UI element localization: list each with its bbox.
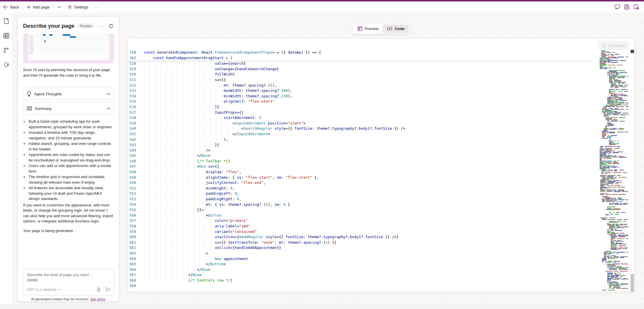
code-line: 561 sx={{ textTransform: "none", mr: the…: [128, 240, 593, 245]
code-line: 560 startIcon={<AddRegular style={{ font…: [128, 234, 593, 240]
add-icon: [27, 5, 31, 9]
back-button[interactable]: Back: [0, 1, 22, 13]
code-line: 554 mt: { xs: theme?.spacing?.(2), sm: 0…: [128, 202, 593, 208]
minimap-slider[interactable]: [631, 50, 634, 53]
assistant-intro-text: Sure! I'll start by planning the structu…: [23, 67, 114, 78]
toolbar-left: Back Add page Settings ···: [0, 1, 104, 13]
summary-note: If you want to customize the appearance,…: [23, 203, 114, 224]
code-line: 569: [128, 283, 593, 289]
code-line: 537 InputProps={{: [128, 110, 593, 115]
code-line: 543 }}: [128, 142, 593, 148]
attach-icon[interactable]: [97, 287, 101, 292]
code-line: 562 onClick={handleAddAppointment}: [128, 245, 593, 251]
summary-accordion[interactable]: Summary: [23, 102, 114, 115]
code-tab[interactable]: Code: [383, 24, 409, 33]
panel-more-icon[interactable]: ···: [98, 24, 105, 29]
line-number: 568: [128, 278, 144, 283]
line-number: 567: [128, 272, 144, 278]
map-icon: [27, 106, 32, 111]
prompt-input[interactable]: Describe the kind of page you want ...: [27, 273, 93, 277]
summary-content: Built a Gantt-style scheduling app for w…: [23, 119, 114, 233]
gantt-bar: [44, 41, 46, 42]
compare-icon: [602, 43, 606, 48]
page-icon[interactable]: [3, 17, 10, 25]
accordion-label: Agent Thoughts: [34, 92, 62, 96]
preview-tab[interactable]: Preview: [354, 24, 383, 33]
toolbar-right: [615, 4, 644, 10]
code-line: 564 New appointment: [128, 256, 593, 262]
line-number: 540: [128, 126, 144, 131]
model-selector[interactable]: GPT-4.1 (default): [27, 287, 61, 292]
code-line: 535 alignSelf: "flex-start": [128, 99, 593, 104]
preview-tab-label: Preview: [365, 27, 379, 31]
line-number: 538: [128, 115, 144, 121]
code-line: 551 minHeight: 0,: [128, 186, 593, 191]
line-number: 553: [128, 196, 144, 202]
line-number: 530: [128, 72, 144, 77]
code-line: 563 >: [128, 251, 593, 256]
line-number: 549: [128, 175, 144, 180]
code-line: 558 aria-label="add": [128, 224, 593, 229]
add-page-button[interactable]: Add page: [24, 1, 53, 13]
restart-icon[interactable]: [109, 24, 114, 29]
gantt-row-label: [29, 51, 33, 51]
line-number: 544: [128, 148, 144, 153]
flow-icon[interactable]: [3, 46, 10, 54]
prompt-composer[interactable]: Describe the kind of page you want ... 0…: [23, 269, 114, 295]
add-page-menu-button[interactable]: [54, 1, 64, 13]
see-terms-link[interactable]: See terms: [90, 297, 105, 301]
code-line: 544 />: [128, 148, 593, 153]
line-number: 542: [128, 137, 144, 143]
code-line: 531 sx={{: [128, 77, 593, 83]
toolbar-divider: [23, 4, 23, 10]
accordion-label: Summary: [35, 106, 52, 111]
code-line: 568 {/* Controls row */}: [128, 278, 593, 283]
toolbar-overflow-button[interactable]: ···: [92, 1, 104, 13]
save-icon[interactable]: [624, 4, 629, 10]
line-number: 535: [128, 99, 144, 104]
code-line: 542 ),: [128, 137, 593, 143]
code-scroll-area[interactable]: 158const GeneratedComponent: React.FC<Ge…: [128, 50, 593, 290]
send-icon[interactable]: [106, 287, 111, 292]
lightbulb-icon: [27, 91, 31, 97]
code-line: 553 paddingRight: 0,: [128, 196, 593, 202]
compare-button[interactable]: Compare: [598, 41, 629, 50]
gantt-bar: [70, 36, 76, 38]
back-arrow-icon: [3, 5, 8, 9]
line-number: 537: [128, 110, 144, 115]
publish-icon[interactable]: [633, 4, 639, 10]
gantt-row-line: [28, 52, 109, 52]
gantt-thumbnail: [28, 33, 109, 60]
line-number: 543: [128, 142, 144, 148]
code-line: 567 </Box>: [128, 272, 593, 278]
gantt-row-label: [29, 44, 33, 45]
gantt-row-label: [29, 38, 33, 38]
summary-bullet: Users can add or edit appointments with …: [28, 163, 114, 174]
left-rail: [0, 13, 13, 304]
code-line: 552 paddingLeft: 0,: [128, 191, 593, 196]
code-line: 549 alignItems: { xs: "flex-start", sm: …: [128, 175, 593, 180]
ai-sparkle-icon[interactable]: [3, 61, 10, 69]
chevron-down-icon: [58, 6, 61, 8]
settings-button[interactable]: Settings: [64, 1, 92, 13]
page-preview-thumbnail[interactable]: [23, 33, 114, 64]
comments-icon[interactable]: [615, 4, 620, 10]
table-icon[interactable]: [3, 32, 10, 39]
code-line: 550 justifyContent: "flex-end",: [128, 180, 593, 186]
line-number: 564: [128, 256, 144, 262]
line-number: 566: [128, 267, 144, 273]
line-number: 563: [128, 251, 144, 256]
line-number: 551: [128, 186, 144, 191]
gantt-bar: [63, 34, 70, 36]
code-line: 541 </InputAdornment>: [128, 131, 593, 137]
code-line: 559 variant="contained": [128, 229, 593, 235]
gear-icon: [67, 5, 72, 9]
summary-bullet: Appointments are color-coded by status a…: [28, 152, 114, 163]
vertical-scrollbar-thumb[interactable]: [631, 274, 634, 292]
model-label: GPT-4.1 (default): [27, 287, 56, 292]
agent-thoughts-accordion[interactable]: Agent Thoughts: [23, 88, 114, 100]
line-number: 565: [128, 261, 144, 267]
code-line: 538 startAdornment: (: [128, 115, 593, 121]
line-number: 533: [128, 88, 144, 94]
minimap[interactable]: [598, 50, 633, 291]
